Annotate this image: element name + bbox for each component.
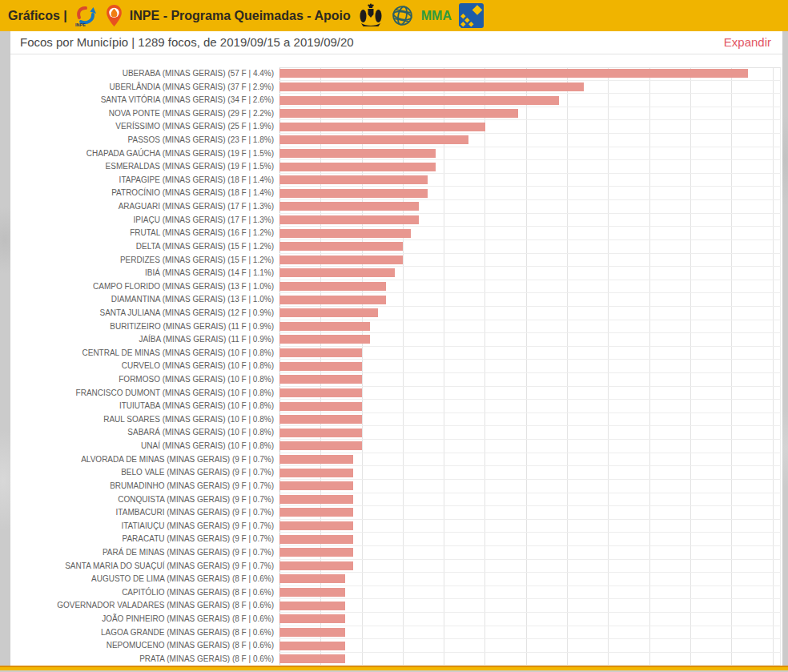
bar[interactable] xyxy=(279,215,419,224)
row-label: NOVA PONTE (MINAS GERAIS) (29 F | 2.2%) xyxy=(10,107,279,121)
bar[interactable] xyxy=(279,642,345,650)
bar[interactable] xyxy=(279,335,370,344)
bar[interactable] xyxy=(279,242,403,251)
bar[interactable] xyxy=(279,268,395,277)
bar[interactable] xyxy=(279,388,362,397)
bar[interactable] xyxy=(279,375,362,384)
chart-row: ITUIUTABA (MINAS GERAIS) (10 F | 0.8%) xyxy=(10,400,781,413)
chart-row: IBIÁ (MINAS GERAIS) (14 F | 1.1%) xyxy=(10,267,781,280)
row-label: VERÍSSIMO (MINAS GERAIS) (25 F | 1.9%) xyxy=(10,120,279,134)
row-label: BRUMADINHO (MINAS GERAIS) (9 F | 0.7%) xyxy=(10,480,279,493)
bar[interactable] xyxy=(279,296,386,304)
chart-row: ITAMBACURI (MINAS GERAIS) (9 F | 0.7%) xyxy=(10,506,781,520)
row-label: BELO VALE (MINAS GERAIS) (9 F | 0.7%) xyxy=(10,466,279,480)
bar[interactable] xyxy=(279,455,353,464)
bar[interactable] xyxy=(279,96,559,105)
bar[interactable] xyxy=(279,135,468,144)
bar[interactable] xyxy=(279,256,403,264)
chart-row: FRUTAL (MINAS GERAIS) (16 F | 1.2%) xyxy=(10,227,781,240)
row-label: AUGUSTO DE LIMA (MINAS GERAIS) (8 F | 0.… xyxy=(10,573,279,586)
row-label: ALVORADA DE MINAS (MINAS GERAIS) (9 F | … xyxy=(10,453,279,467)
bar[interactable] xyxy=(279,282,386,291)
row-label: ITAMBACURI (MINAS GERAIS) (9 F | 0.7%) xyxy=(10,506,279,520)
bar[interactable] xyxy=(279,628,345,637)
bar[interactable] xyxy=(279,402,362,411)
row-label: CENTRAL DE MINAS (MINAS GERAIS) (10 F | … xyxy=(10,347,279,360)
globe-icon[interactable] xyxy=(391,4,414,27)
plot-cell xyxy=(279,493,781,507)
bar[interactable] xyxy=(279,481,353,490)
bar[interactable] xyxy=(279,602,345,610)
row-label: BURITIZEIRO (MINAS GERAIS) (11 F | 0.9%) xyxy=(10,320,279,334)
chart-row: CAPITÓLIO (MINAS GERAIS) (8 F | 0.6%) xyxy=(10,586,781,600)
chart-row: PERDIZES (MINAS GERAIS) (15 F | 1.2%) xyxy=(10,254,781,268)
bar[interactable] xyxy=(279,308,378,317)
bar[interactable] xyxy=(279,535,353,544)
plot-cell xyxy=(279,214,781,227)
chart-row: ITATIAIUÇU (MINAS GERAIS) (9 F | 0.7%) xyxy=(10,520,781,533)
chart-row: RAUL SOARES (MINAS GERAIS) (10 F | 0.8%) xyxy=(10,413,781,427)
chart-row: PATROCÍNIO (MINAS GERAIS) (18 F | 1.4%) xyxy=(10,187,781,200)
bar[interactable] xyxy=(279,574,345,583)
plot-cell xyxy=(279,293,781,307)
chart-row: NEPOMUCENO (MINAS GERAIS) (8 F | 0.6%) xyxy=(10,639,781,653)
bar[interactable] xyxy=(279,82,584,91)
row-label: ITUIUTABA (MINAS GERAIS) (10 F | 0.8%) xyxy=(10,400,279,413)
bar[interactable] xyxy=(279,189,428,198)
row-label: UBERLÂNDIA (MINAS GERAIS) (37 F | 2.9%) xyxy=(10,81,279,95)
bar[interactable] xyxy=(279,163,436,171)
plot-cell xyxy=(279,546,781,560)
mma-label[interactable]: MMA xyxy=(421,9,452,23)
row-label: GOVERNADOR VALADARES (MINAS GERAIS) (8 F… xyxy=(10,599,279,613)
bar[interactable] xyxy=(279,175,428,184)
row-label: CONQUISTA (MINAS GERAIS) (9 F | 0.7%) xyxy=(10,493,279,507)
chart-row: JOÃO PINHEIRO (MINAS GERAIS) (8 F | 0.6%… xyxy=(10,613,781,626)
bar[interactable] xyxy=(279,362,362,371)
bar[interactable] xyxy=(279,348,362,357)
chart-row: PRATA (MINAS GERAIS) (8 F | 0.6%) xyxy=(10,653,781,666)
bar[interactable] xyxy=(279,614,345,623)
bar[interactable] xyxy=(279,654,345,663)
row-label: UBERABA (MINAS GERAIS) (57 F | 4.4%) xyxy=(10,67,279,81)
bar[interactable] xyxy=(279,561,353,570)
chart-row: UBERLÂNDIA (MINAS GERAIS) (37 F | 2.9%) xyxy=(10,81,781,95)
plot-cell xyxy=(279,174,781,187)
bar[interactable] xyxy=(279,69,748,78)
bar[interactable] xyxy=(279,588,345,597)
plot-cell xyxy=(279,613,781,626)
page-title: Focos por Município | 1289 focos, de 201… xyxy=(20,35,354,49)
mma-diamond-icon[interactable] xyxy=(459,3,484,28)
plot-cell xyxy=(279,120,781,134)
queimadas-pin-icon[interactable] xyxy=(106,4,123,27)
row-label: JAÍBA (MINAS GERAIS) (11 F | 0.9%) xyxy=(10,333,279,347)
chart-row: FORMOSO (MINAS GERAIS) (10 F | 0.8%) xyxy=(10,373,781,387)
plot-cell xyxy=(279,240,781,254)
expand-link[interactable]: Expandir xyxy=(724,35,771,49)
row-label: SANTA VITÓRIA (MINAS GERAIS) (34 F | 2.6… xyxy=(10,94,279,107)
uk-crest-icon[interactable] xyxy=(358,3,384,29)
svg-text:INPE: INPE xyxy=(75,22,86,27)
bar[interactable] xyxy=(279,415,362,424)
bar[interactable] xyxy=(279,441,362,450)
bar[interactable] xyxy=(279,202,419,211)
bar[interactable] xyxy=(279,508,353,517)
plot-cell xyxy=(279,626,781,640)
bar[interactable] xyxy=(279,149,436,158)
inpe-logo-icon[interactable]: INPE xyxy=(74,5,98,26)
bar[interactable] xyxy=(279,123,485,131)
bar[interactable] xyxy=(279,548,353,557)
chart-row: ESMERALDAS (MINAS GERAIS) (19 F | 1.5%) xyxy=(10,160,781,174)
bar[interactable] xyxy=(279,521,353,530)
row-label: PARACATU (MINAS GERAIS) (9 F | 0.7%) xyxy=(10,533,279,546)
row-label: ARAGUARI (MINAS GERAIS) (17 F | 1.3%) xyxy=(10,200,279,214)
bar[interactable] xyxy=(279,109,518,118)
page: Gráficos | INPE INPE - Programa Queimada… xyxy=(0,0,788,672)
bar[interactable] xyxy=(279,429,362,437)
chart-row: ARAGUARI (MINAS GERAIS) (17 F | 1.3%) xyxy=(10,200,781,214)
bar[interactable] xyxy=(279,469,353,477)
row-label: PRATA (MINAS GERAIS) (8 F | 0.6%) xyxy=(10,653,279,666)
row-label: PATROCÍNIO (MINAS GERAIS) (18 F | 1.4%) xyxy=(10,187,279,200)
bar[interactable] xyxy=(279,495,353,504)
bar[interactable] xyxy=(279,229,411,238)
bar[interactable] xyxy=(279,322,370,331)
